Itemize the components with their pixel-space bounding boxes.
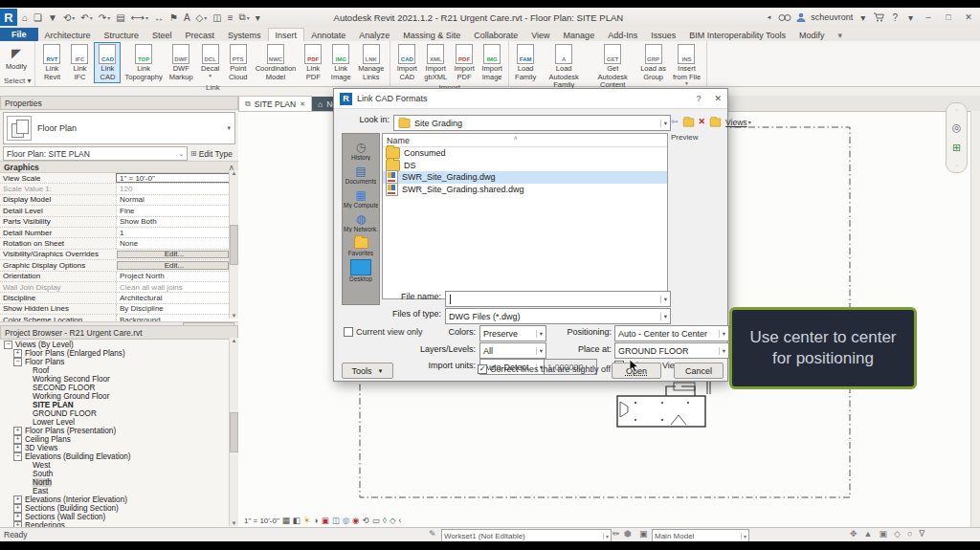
ribbon-tab-view[interactable]: View — [524, 29, 556, 41]
property-value[interactable]: 120 — [116, 184, 238, 193]
home-icon[interactable]: ⌂ — [19, 12, 31, 23]
place-history[interactable]: ◷History — [343, 140, 379, 161]
delete-icon[interactable]: ✕ — [699, 118, 706, 126]
ribbon-tab-architecture[interactable]: Architecture — [38, 29, 98, 41]
link-cad-button[interactable]: CADLink CAD — [94, 42, 121, 83]
tree-item-lower-level[interactable]: Lower Level — [0, 418, 238, 427]
collapse-icon[interactable]: − — [13, 452, 22, 461]
load-autodesk-family-button[interactable]: ALoad Autodesk Family — [540, 42, 588, 92]
file-row-swr-site-grading-shared-dwg[interactable]: SWR_Site_Grading.shared.dwg — [383, 184, 667, 196]
import-gbxml-button[interactable]: XMLImport gbXML — [421, 42, 450, 83]
constraints-icon[interactable]: ◇ — [390, 517, 396, 525]
collapse-icon[interactable]: − — [13, 358, 22, 366]
worksharing-display-icon[interactable]: ▭ — [372, 517, 380, 525]
place-network[interactable]: ◍My Network... — [343, 211, 379, 232]
tree-item-working-second-floor[interactable]: Working Second Floor — [0, 375, 238, 384]
user-menu-chevron-icon[interactable]: ▾ — [858, 12, 868, 23]
dwf-markup-button[interactable]: DWFDWF Markup — [167, 42, 196, 83]
tree-item-west[interactable]: West — [0, 461, 238, 470]
ribbon-tab-steel[interactable]: Steel — [145, 29, 179, 41]
visual-style-icon[interactable]: ◧ — [293, 517, 301, 525]
help-icon[interactable]: ? — [889, 12, 901, 23]
ribbon-tab-insert[interactable]: Insert — [268, 28, 305, 41]
open-icon[interactable]: ❏ — [31, 12, 45, 23]
help-menu-chevron-icon[interactable]: ▾ — [905, 12, 916, 23]
sync-icon[interactable]: ⟲▾ — [60, 12, 78, 23]
insert-from-file-button[interactable]: INSInsert from File▾ — [670, 42, 703, 89]
modify-button[interactable]: ◤Modify — [3, 42, 30, 74]
ribbon-tab-overflow-icon[interactable]: ▾ — [832, 29, 850, 41]
manage-links-button[interactable]: LNKManage Links — [355, 42, 387, 83]
property-value[interactable]: Show Both — [116, 217, 238, 227]
property-value[interactable]: By Discipline — [116, 304, 238, 314]
ribbon-tab-add-ins[interactable]: Add-Ins — [601, 29, 644, 41]
tree-item-floor-plans-presentation-[interactable]: +Floor Plans (Presentation) — [0, 427, 238, 435]
tree-item-ceiling-plans[interactable]: +Ceiling Plans — [0, 435, 238, 444]
ribbon-tab-bim-interoperability-tools[interactable]: BIM Interoperability Tools — [682, 29, 792, 41]
point-cloud-button[interactable]: PTSPoint Cloud — [225, 42, 252, 83]
coordination-model-button[interactable]: NWCCoordination Model — [253, 42, 300, 83]
print-icon[interactable]: ▤ — [113, 12, 127, 23]
expand-icon[interactable]: + — [13, 444, 22, 452]
property-value[interactable]: 1 — [116, 228, 238, 237]
temporary-hide-icon[interactable]: ◎ — [343, 517, 349, 525]
load-family-button[interactable]: FAMLoad Family — [512, 42, 539, 83]
minimize-button[interactable]: – — [921, 12, 936, 22]
graphics-section-header[interactable]: Graphics ∧ — [0, 161, 238, 173]
ribbon-tab-issues[interactable]: Issues — [644, 29, 682, 41]
shadows-icon[interactable]: ◑ — [313, 517, 318, 525]
new-folder-icon[interactable] — [710, 118, 721, 126]
place-favorites[interactable]: Favorites — [343, 235, 379, 256]
property-value[interactable]: Architectural — [116, 293, 238, 302]
3d-view-icon[interactable]: ◇▾ — [193, 12, 211, 23]
file-row-swr-site-grading-dwg[interactable]: SWR_Site_Grading.dwg — [383, 171, 667, 184]
editable-only-icon[interactable]: ✥ — [850, 529, 858, 539]
tree-item-east[interactable]: East — [0, 487, 238, 495]
save-icon[interactable]: ▼ — [45, 12, 60, 23]
navbar-close-icon[interactable]: ◦ — [955, 107, 957, 113]
layers-combobox[interactable]: All▾ — [479, 342, 546, 359]
cancel-button[interactable]: Cancel — [674, 363, 724, 379]
sun-path-icon[interactable]: ☀ — [303, 517, 311, 525]
type-selector[interactable]: Floor Plan ▾ — [3, 112, 235, 144]
get-autodesk-content-button[interactable]: GETGet Autodesk Content — [589, 42, 636, 92]
tag-icon[interactable]: ⚑ — [167, 12, 181, 23]
tree-item-floor-plans-enlarged-plans-[interactable]: +Floor Plans (Enlarged Plans) — [0, 349, 238, 358]
tools-dropdown-button[interactable]: Tools ▼ — [342, 363, 393, 379]
view-tab-close-icon[interactable]: ✕ — [300, 100, 305, 108]
ribbon-tab-collaborate[interactable]: Collaborate — [467, 29, 524, 41]
tree-item-elevations-building-elevation-[interactable]: −Elevations (Building Elevation) — [0, 452, 238, 461]
property-value[interactable]: Edit... — [117, 261, 229, 269]
view-tab-site-plan[interactable]: ⧉ SITE PLAN ✕ — [238, 96, 312, 111]
cart-icon[interactable] — [873, 12, 884, 22]
collapse-icon[interactable]: − — [4, 341, 12, 349]
look-in-combobox[interactable]: Site Grading ▾ — [393, 115, 671, 131]
collapse-icon[interactable]: ◂ — [765, 13, 774, 21]
place-at-combobox[interactable]: GROUND FLOOR▾ — [614, 342, 729, 359]
tree-item-floor-plans[interactable]: −Floor Plans — [0, 358, 238, 366]
properties-header[interactable]: Properties — [0, 96, 238, 110]
link-ifc-button[interactable]: IFCLink IFC — [66, 42, 93, 83]
canvas-scrollbar[interactable] — [970, 111, 980, 527]
property-value[interactable]: Project North — [116, 272, 238, 281]
dialog-close-button[interactable]: ✕ — [714, 94, 722, 103]
ribbon-tab-annotate[interactable]: Annotate — [304, 29, 352, 41]
ribbon-tab-manage[interactable]: Manage — [557, 29, 602, 41]
current-view-only-checkbox[interactable]: Current view only — [344, 327, 423, 337]
property-value[interactable]: Normal — [116, 195, 238, 205]
drag-on-selection-icon[interactable]: ○ — [907, 529, 912, 539]
measure-icon[interactable]: ⟷▾ — [128, 12, 151, 23]
import-cad-button[interactable]: CADImport CAD — [393, 42, 420, 83]
property-value[interactable]: Fine — [116, 206, 238, 215]
type-selector-chevron-icon[interactable]: ▾ — [227, 124, 231, 132]
properties-scrollbar[interactable]: ▲▼ — [229, 170, 238, 319]
zoom-tool-icon[interactable]: ⊞ — [952, 142, 961, 154]
design-option-selector[interactable]: Main Model▾ — [652, 529, 749, 542]
view-scale-button[interactable]: 1" = 10'-0" — [244, 517, 279, 525]
dialog-title-bar[interactable]: R Link CAD Formats ? ✕ — [334, 89, 727, 109]
file-row-consumed[interactable]: Consumed — [383, 147, 667, 160]
colors-combobox[interactable]: Preserve▾ — [479, 325, 546, 341]
text-icon[interactable]: A — [181, 12, 193, 23]
signed-in-user[interactable]: scheuvront — [811, 12, 853, 22]
link-topography-button[interactable]: TOPLink Topography — [122, 42, 165, 83]
